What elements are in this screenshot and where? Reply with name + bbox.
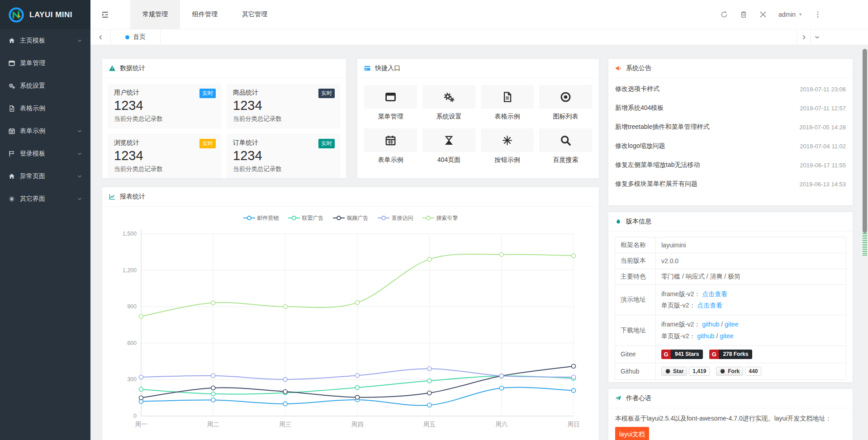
legend-item-2[interactable]: 视频广告	[333, 214, 369, 222]
legend-item-3[interactable]: 直接访问	[378, 214, 413, 222]
sidebar-item-3[interactable]: 表格示例	[0, 97, 90, 120]
announcement-title[interactable]: 修复左侧菜单缩放tab无法移动	[615, 161, 700, 169]
gitee-badge-1[interactable]: G278 Forks	[709, 350, 752, 359]
quick-entry-grid: 菜单管理系统设置表格示例图标列表表单示例404页面按钮示例百度搜索	[357, 78, 599, 164]
stat-value: 1234	[233, 98, 334, 113]
announcement-date: 2019-06-13 14:53	[799, 181, 846, 188]
announcement-title[interactable]: 修改logo缩放问题	[615, 142, 665, 150]
legend-item-1[interactable]: 联盟广告	[288, 214, 324, 222]
sidebar-item-label: 系统设置	[20, 82, 45, 90]
svg-text:周六: 周六	[495, 421, 508, 428]
tab-home[interactable]: 首页	[111, 29, 161, 45]
stat-box-1: 商品统计实时1234当前分类总记录数	[227, 84, 341, 129]
vertical-scrollbar	[862, 45, 868, 440]
quick-entry-label: 图标列表	[539, 113, 592, 121]
quick-entry-3[interactable]: 图标列表	[539, 85, 592, 121]
hourglass-icon	[422, 128, 475, 152]
quick-entry-6[interactable]: 按钮示例	[481, 128, 534, 164]
header-tab-0[interactable]: 常规管理	[130, 0, 180, 29]
separator: /	[716, 332, 718, 340]
logo: LAYUI MINI	[0, 0, 90, 29]
github-fork-button[interactable]: Fork 440	[716, 367, 761, 376]
gitee-badge-text: 278 Forks	[719, 350, 752, 359]
announcement-title[interactable]: 新增treetable插件和菜单管理样式	[615, 123, 709, 131]
sidebar-item-1[interactable]: 菜单管理	[0, 52, 90, 75]
github-star-button[interactable]: Star 1,419	[661, 367, 710, 376]
announcements-header: 系统公告	[608, 59, 853, 78]
svg-text:600: 600	[127, 340, 137, 346]
sidebar-item-7[interactable]: 其它界面	[0, 188, 90, 210]
tabbar-spacer	[161, 29, 797, 45]
sidebar-item-4[interactable]: 表单示例	[0, 120, 90, 142]
caret-down-icon: ▼	[798, 12, 802, 17]
table-row: Github Star 1,419 Fork 440	[615, 363, 846, 379]
sidebar-item-label: 登录模板	[20, 150, 45, 158]
header-tabs: 常规管理组件管理其它管理	[130, 0, 280, 29]
main-feature: 零门槛 / 响应式 / 清爽 / 极简	[656, 269, 846, 285]
fork-count: 440	[745, 367, 761, 376]
demo-spa-link[interactable]: 点击查看	[697, 302, 722, 309]
quick-entry-5[interactable]: 404页面	[422, 128, 475, 164]
gears-icon	[8, 82, 15, 90]
sidebar-item-0[interactable]: 主页模板	[0, 29, 90, 52]
download-github-link[interactable]: github	[697, 332, 714, 340]
download-gitee-link[interactable]: gitee	[725, 321, 738, 328]
gitee-logo-icon: G	[709, 350, 719, 359]
quick-entry-label: 表格示例	[481, 113, 534, 121]
clear-cache-icon[interactable]	[740, 10, 748, 19]
star-label: Star	[673, 368, 683, 374]
legend-label: 直接访问	[392, 214, 413, 222]
stat-caption: 当前分类总记录数	[233, 115, 334, 123]
version-table: 框架名称 layuimini 当前版本 v2.0.0 主要特色 零门槛 / 响应…	[615, 237, 846, 380]
legend-marker	[243, 215, 255, 221]
quick-entry-4[interactable]: 表单示例	[364, 128, 417, 164]
refresh-icon[interactable]	[720, 10, 728, 19]
quick-entry-7[interactable]: 百度搜索	[539, 128, 592, 164]
scrollbar-thumb[interactable]	[863, 49, 867, 233]
flag-icon	[8, 150, 15, 157]
sidebar-item-2[interactable]: 系统设置	[0, 75, 90, 97]
tab-operations-dropdown[interactable]	[810, 29, 823, 45]
stats-grid: 用户统计实时1234当前分类总记录数商品统计实时1234当前分类总记录数浏览统计…	[102, 78, 346, 178]
download-prefix: 单页版-v2：	[661, 332, 695, 340]
layui-doc-badge[interactable]: layui文档	[615, 427, 649, 440]
quick-entry-2[interactable]: 表格示例	[481, 85, 534, 121]
github-octocat-icon	[720, 368, 726, 374]
fullscreen-icon[interactable]	[759, 10, 767, 19]
demo-iframe-link[interactable]: 点击查看	[702, 290, 727, 298]
legend-item-0[interactable]: 邮件营销	[243, 214, 279, 222]
gitee-badge-0[interactable]: G941 Stars	[661, 350, 703, 359]
sidebar-item-6[interactable]: 异常页面	[0, 165, 90, 188]
tab-scroll-right-button[interactable]	[797, 29, 810, 45]
framework-name: layuimini	[656, 237, 846, 253]
sidebar-item-5[interactable]: 登录模板	[0, 142, 90, 165]
announcement-title[interactable]: 新增系统404模板	[615, 104, 664, 112]
more-menu-icon[interactable]	[814, 10, 822, 19]
svg-text:1,500: 1,500	[123, 231, 137, 237]
announcement-title[interactable]: 修改选项卡样式	[615, 85, 659, 93]
sidebar-item-label: 菜单管理	[20, 59, 45, 67]
search-icon	[539, 128, 592, 152]
svg-text:周四: 周四	[351, 421, 364, 428]
quick-entry-1[interactable]: 系统设置	[422, 85, 475, 121]
header-tab-2[interactable]: 其它管理	[230, 0, 280, 29]
menu-toggle-icon[interactable]	[90, 0, 119, 29]
chart-line-icon	[109, 193, 116, 200]
legend-marker	[288, 215, 300, 221]
download-prefix: iframe版-v2：	[661, 321, 700, 328]
github-widgets: Star 1,419 Fork 440	[656, 363, 846, 379]
legend-item-4[interactable]: 搜索引擎	[422, 214, 458, 222]
author-body: 本模板基于layui2.5.4以及font-awesome-4.7.0进行实现。…	[608, 408, 853, 440]
svg-text:周三: 周三	[279, 421, 291, 428]
download-github-link[interactable]: github	[702, 321, 719, 328]
author-title: 作者心语	[626, 394, 651, 402]
header-tab-1[interactable]: 组件管理	[180, 0, 230, 29]
data-statistics-header: 数据统计	[102, 59, 346, 78]
quick-entry-0[interactable]: 菜单管理	[364, 85, 417, 121]
tab-scroll-left-button[interactable]	[90, 29, 111, 45]
stat-value: 1234	[233, 148, 334, 163]
announcement-title[interactable]: 修复多模块菜单栏展开有问题	[615, 180, 697, 188]
user-dropdown[interactable]: admin ▼	[778, 11, 802, 18]
download-gitee-link[interactable]: gitee	[720, 332, 733, 340]
home-icon	[8, 173, 15, 180]
